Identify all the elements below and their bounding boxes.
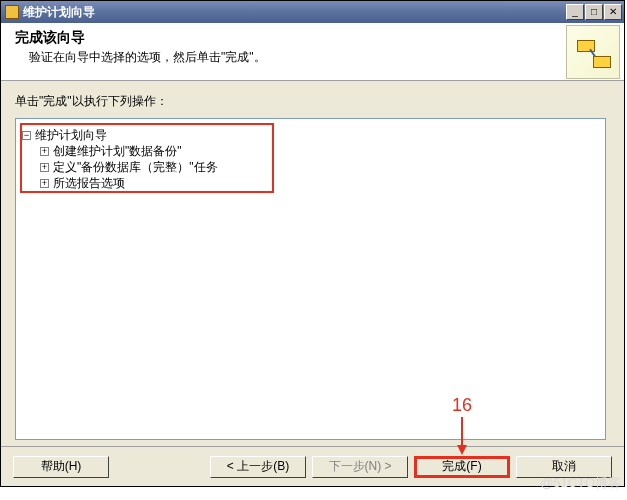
maximize-button[interactable]: □ xyxy=(585,4,603,20)
svg-marker-1 xyxy=(457,445,467,455)
tree-item[interactable]: +创建维护计划"数据备份" xyxy=(40,143,599,159)
cancel-button[interactable]: 取消 xyxy=(516,456,612,478)
tree-item[interactable]: +定义"备份数据库（完整）"任务 xyxy=(40,159,599,175)
window-title: 维护计划向导 xyxy=(23,4,95,21)
instruction-text: 单击"完成"以执行下列操作： xyxy=(15,93,610,110)
wizard-header: 完成该向导 验证在向导中选择的选项，然后单击"完成"。 xyxy=(1,23,624,81)
expand-icon[interactable]: + xyxy=(40,179,49,188)
titlebar: 维护计划向导 _ □ ✕ xyxy=(1,1,624,23)
finish-button[interactable]: 完成(F) 16 xyxy=(414,456,510,478)
tree-root-row[interactable]: −维护计划向导 xyxy=(22,127,599,143)
expand-icon[interactable]: + xyxy=(40,163,49,172)
finish-button-label: 完成(F) xyxy=(442,458,481,475)
back-button[interactable]: < 上一步(B) xyxy=(210,456,306,478)
wizard-window: 维护计划向导 _ □ ✕ 完成该向导 验证在向导中选择的选项，然后单击"完成"。… xyxy=(0,0,625,487)
tree-item-label: 定义"备份数据库（完整）"任务 xyxy=(53,160,218,174)
expand-icon[interactable]: + xyxy=(40,147,49,156)
next-button: 下一步(N) > xyxy=(312,456,408,478)
wizard-body: 单击"完成"以执行下列操作： −维护计划向导 +创建维护计划"数据备份" +定义… xyxy=(1,81,624,446)
wizard-footer: 帮助(H) < 上一步(B) 下一步(N) > 完成(F) 16 取消 xyxy=(1,446,624,486)
close-button[interactable]: ✕ xyxy=(604,4,622,20)
tree-item[interactable]: +所选报告选项 xyxy=(40,175,599,191)
summary-tree[interactable]: −维护计划向导 +创建维护计划"数据备份" +定义"备份数据库（完整）"任务 +… xyxy=(15,118,606,440)
help-button[interactable]: 帮助(H) xyxy=(13,456,109,478)
tree-root-label: 维护计划向导 xyxy=(35,128,107,142)
wizard-icon xyxy=(566,25,620,79)
page-title: 完成该向导 xyxy=(15,29,266,47)
page-subtitle: 验证在向导中选择的选项，然后单击"完成"。 xyxy=(15,49,266,66)
tree-item-label: 所选报告选项 xyxy=(53,176,125,190)
minimize-button[interactable]: _ xyxy=(566,4,584,20)
app-icon xyxy=(5,5,19,19)
tree-item-label: 创建维护计划"数据备份" xyxy=(53,144,182,158)
collapse-icon[interactable]: − xyxy=(22,131,31,140)
